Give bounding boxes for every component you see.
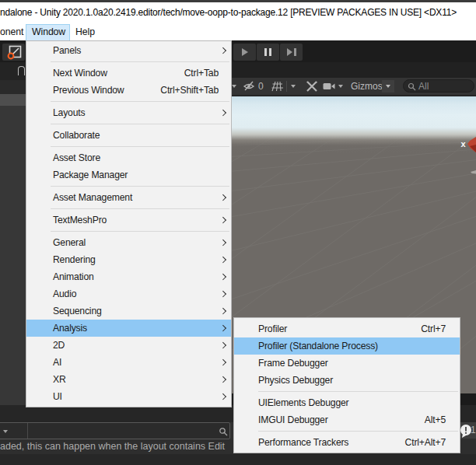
left-sliver-3	[0, 94, 26, 106]
left-sliver-1	[0, 62, 26, 80]
left-sliver-4	[0, 106, 26, 405]
menubar: onent Window Help	[0, 22, 476, 40]
analysis-submenu: ProfilerCtrl+7 Profiler (Standalone Proc…	[233, 317, 460, 453]
unity-window-menu-screenshot: ndalone - Unity 2020.1.0a20.2419.editor/…	[0, 0, 476, 465]
status-text: aded, this can happen when the layout co…	[0, 440, 233, 453]
left-sliver-2	[0, 80, 26, 94]
titlebar: ndalone - Unity 2020.1.0a20.2419.editor/…	[0, 2, 476, 22]
window-menu: Panels Next WindowCtrl+Tab Previous Wind…	[26, 40, 232, 407]
botrow4	[0, 454, 476, 465]
console-search[interactable]	[0, 422, 230, 439]
